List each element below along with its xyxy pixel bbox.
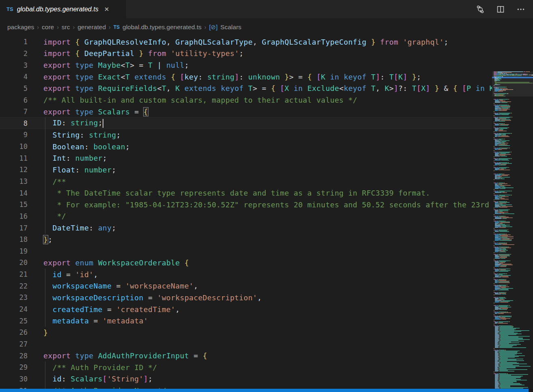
- code-line-17: 17 DateTime: any;: [0, 222, 492, 234]
- code-line-13: 13 /**: [0, 176, 492, 187]
- code-text: import { GraphQLResolveInfo, GraphQLScal…: [43, 38, 448, 46]
- code-line-23: 23 workspaceDescription = 'workspaceDesc…: [0, 292, 492, 304]
- line-number: 30: [0, 375, 28, 383]
- line-number: 14: [0, 189, 28, 197]
- code-text: Int: number;: [43, 154, 107, 162]
- code-text: }: [43, 328, 48, 337]
- code-line-30: 30 id: Scalars['String'];: [0, 373, 492, 385]
- line-number: 13: [0, 177, 28, 185]
- code-line-5: 5export type RequireFields<T, K extends …: [0, 83, 492, 95]
- line-number: 29: [0, 363, 28, 371]
- line-number: 24: [0, 305, 28, 313]
- code-line-6: 6/** All built-in and custom scalars, ma…: [0, 94, 492, 106]
- indent-guide: [45, 141, 45, 153]
- breadcrumb-separator-icon: ›: [57, 24, 59, 30]
- code-text: Float: number;: [43, 166, 116, 174]
- indent-guide: [45, 164, 45, 176]
- code-line-28: 28export type AddAuthProviderInput = {: [0, 350, 492, 362]
- code-text: createdTime = 'createdTime',: [43, 305, 180, 314]
- line-number: 18: [0, 235, 28, 243]
- symbol-type-icon: [⊘]: [209, 24, 217, 31]
- code-text: String: string;: [43, 131, 121, 139]
- code-line-3: 3export type Maybe<T> = T | null;: [0, 59, 492, 71]
- indent-guide: [45, 280, 45, 292]
- breadcrumb-item-packages[interactable]: packages: [7, 24, 34, 31]
- code-line-7: 7export type Scalars = {: [0, 106, 492, 118]
- text-cursor: [103, 119, 103, 128]
- code-text: workspaceDescription = 'workspaceDescrip…: [43, 293, 262, 302]
- code-line-21: 21 id = 'id',: [0, 269, 492, 280]
- line-number: 19: [0, 247, 28, 255]
- breadcrumb-item-file[interactable]: global.db.types.generated.ts: [123, 24, 202, 31]
- indent-guide: [45, 385, 45, 389]
- code-line-8: 8 ID: string;: [0, 117, 492, 129]
- indent-guide: [45, 211, 45, 222]
- code-text: DateTime: any;: [43, 224, 116, 232]
- line-number: 17: [0, 224, 28, 232]
- code-text: workspaceName = 'workspaceName',: [43, 282, 198, 290]
- code-text: export type Scalars = {: [43, 108, 148, 116]
- code-line-25: 25 metadata = 'metadata': [0, 315, 492, 327]
- code-line-22: 22 workspaceName = 'workspaceName',: [0, 280, 492, 292]
- indent-guide: [45, 117, 45, 129]
- code-text: * The DateTime scalar type represents da…: [43, 189, 430, 197]
- indent-guide: [45, 373, 45, 385]
- status-bar[interactable]: [0, 389, 529, 392]
- indent-guide: [45, 129, 45, 141]
- line-number: 6: [0, 96, 28, 104]
- code-text: import { DeepPartial } from 'utility-typ…: [43, 49, 244, 58]
- code-line-31: 31 /** Auth Provider Name */: [0, 385, 492, 389]
- breadcrumb-item-generated[interactable]: generated: [77, 24, 106, 31]
- editor-actions: [475, 0, 533, 18]
- code-line-9: 9 String: string;: [0, 129, 492, 141]
- open-changes-icon[interactable]: [475, 4, 485, 14]
- tab-global-db-types-generated[interactable]: TS global.db.types.generated.ts ✕: [0, 0, 127, 18]
- code-text: export type AddAuthProviderInput = {: [43, 351, 207, 360]
- code-text: /**: [43, 177, 66, 186]
- line-number: 10: [0, 142, 28, 151]
- line-number: 1: [0, 38, 28, 46]
- code-text: export enum WorkspaceOrderable {: [43, 258, 189, 267]
- breadcrumb-separator-icon: ›: [73, 24, 75, 30]
- breadcrumb-item-symbol[interactable]: Scalars: [220, 24, 241, 31]
- line-number: 9: [0, 131, 28, 139]
- line-number: 7: [0, 108, 28, 116]
- line-number: 16: [0, 212, 28, 220]
- vscode-window: TS global.db.types.generated.ts ✕: [0, 0, 533, 392]
- indent-guide: [45, 222, 45, 234]
- line-number: 11: [0, 154, 28, 162]
- code-line-12: 12 Float: number;: [0, 164, 492, 176]
- code-line-11: 11 Int: number;: [0, 152, 492, 164]
- indent-guide: [45, 199, 45, 211]
- indent-guide: [45, 152, 45, 164]
- breadcrumb-item-src[interactable]: src: [62, 24, 70, 31]
- code-line-24: 24 createdTime = 'createdTime',: [0, 304, 492, 315]
- code-line-15: 15 * For example: "1985-04-12T23:20:50.5…: [0, 199, 492, 211]
- minimap[interactable]: [492, 71, 533, 389]
- breadcrumb-separator-icon: ›: [204, 24, 206, 30]
- typescript-file-icon: TS: [6, 6, 13, 12]
- line-number: 21: [0, 270, 28, 278]
- code-editor[interactable]: 1import { GraphQLResolveInfo, GraphQLSca…: [0, 36, 533, 389]
- line-number: 8: [0, 119, 28, 127]
- code-line-18: 18};: [0, 234, 492, 246]
- line-number: 23: [0, 293, 28, 302]
- code-line-14: 14 * The DateTime scalar type represents…: [0, 187, 492, 199]
- code-text: ID: string;: [43, 118, 103, 128]
- code-line-2: 2import { DeepPartial } from 'utility-ty…: [0, 48, 492, 60]
- indent-guide: [45, 304, 45, 315]
- code-text: Boolean: boolean;: [43, 142, 130, 151]
- line-number: 20: [0, 258, 28, 267]
- close-tab-icon[interactable]: ✕: [104, 6, 110, 12]
- line-number: 4: [0, 73, 28, 81]
- indent-guide: [45, 315, 45, 327]
- code-line-26: 26}: [0, 327, 492, 338]
- code-text: metadata = 'metadata': [43, 317, 148, 325]
- breadcrumb-separator-icon: ›: [37, 24, 39, 30]
- indent-guide: [45, 269, 45, 280]
- more-actions-icon[interactable]: [516, 4, 526, 14]
- split-editor-icon[interactable]: [496, 4, 505, 14]
- indent-guide: [45, 292, 45, 304]
- breadcrumb-item-core[interactable]: core: [42, 24, 54, 31]
- tab-bar: TS global.db.types.generated.ts ✕: [0, 0, 533, 18]
